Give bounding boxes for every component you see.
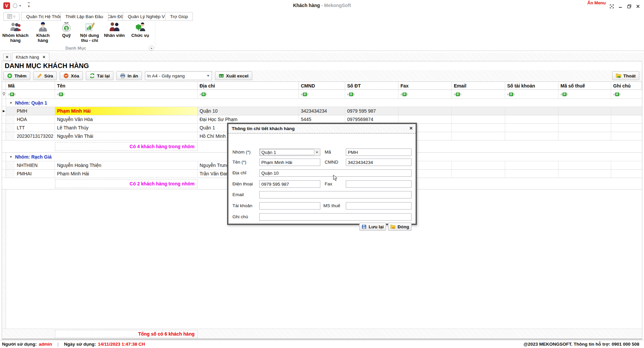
hide-menu-button[interactable]: Ẩn Menu	[587, 0, 606, 5]
close-all-tabs-button[interactable]: ✕	[3, 54, 11, 61]
filter-cell[interactable]: aBc	[55, 90, 198, 99]
dialog-title-bar[interactable]: Thông tin chi tiết khách hàng ✕	[228, 124, 416, 133]
user-label: Người sử dụng:	[2, 342, 37, 347]
abc-filter-icon: aBc	[57, 93, 65, 96]
code-field[interactable]	[346, 149, 412, 156]
ribbon-item-nhan-vien[interactable]: Nhân viên	[103, 21, 125, 46]
tax-field[interactable]	[346, 202, 412, 210]
column-header[interactable]: Địa chỉ	[198, 82, 299, 90]
header-indicator-cell	[2, 82, 6, 90]
chevron-down-icon: ▽	[13, 15, 15, 18]
toolbar: Thêm Sửa Xóa Tải lại In ấn In A4 - Giấy …	[2, 70, 642, 81]
dialog-close-button[interactable]: Đóng	[388, 223, 412, 231]
reload-button[interactable]: Tải lại	[86, 71, 113, 80]
column-header[interactable]: Ghi chú	[611, 82, 642, 90]
abc-filter-icon: aBc	[347, 93, 355, 96]
edit-button[interactable]: Sửa	[33, 71, 57, 80]
ribbon-item-chuc-vu[interactable]: Chức vụ	[129, 21, 151, 46]
tax-field-label: MS thuế	[323, 203, 340, 208]
minimize-icon[interactable]	[618, 4, 623, 8]
group-footer-summary: Có 4 khách hàng trong nhóm	[55, 142, 198, 151]
app-menu-button[interactable]: ▽	[3, 12, 19, 21]
close-tab-icon[interactable]: ✕	[42, 55, 45, 59]
group-expand-icon[interactable]: ▼	[9, 101, 12, 105]
money-bag-icon: $	[61, 21, 72, 32]
column-header[interactable]: Mã số thuế	[558, 82, 611, 90]
filter-cell[interactable]: aBc	[299, 90, 345, 99]
svg-text:XLS: XLS	[219, 75, 223, 77]
customer-detail-dialog: Thông tin chi tiết khách hàng ✕ Nhóm (*)…	[227, 123, 417, 225]
column-header[interactable]: Email	[452, 82, 505, 90]
name-field[interactable]	[259, 159, 320, 166]
window-title-secondary: - MekongSoft	[321, 3, 351, 8]
filter-cell[interactable]: aBc	[558, 90, 611, 99]
fax-field-label: Fax	[325, 181, 332, 186]
note-field[interactable]	[259, 213, 412, 221]
filter-cell[interactable]: aBc	[6, 90, 55, 99]
table-row[interactable]: ▶ PMH Phạm Minh Hải Quận 10 3423434234 0…	[2, 107, 642, 115]
printer-icon	[120, 73, 125, 78]
window-title: Khách hàng - MekongSoft	[0, 3, 644, 8]
column-header[interactable]: Số ĐT	[345, 82, 398, 90]
filter-pin-icon	[2, 90, 6, 99]
document-tab-strip: ✕ Khách hàng ✕	[0, 53, 644, 61]
collapse-ribbon-icon[interactable]: ▲	[149, 46, 154, 51]
filter-cell[interactable]: aBc	[398, 90, 452, 99]
exit-button[interactable]: Thoát	[612, 71, 639, 80]
fullscreen-icon[interactable]	[609, 4, 614, 8]
phone-field-label: Điện thoại	[232, 181, 253, 186]
column-header[interactable]: Fax	[398, 82, 452, 90]
print-layout-select[interactable]: In A4 - Giấy ngang ▼	[145, 71, 212, 80]
add-button[interactable]: Thêm	[3, 71, 30, 80]
dialog-title: Thông tin chi tiết khách hàng	[232, 126, 295, 131]
ribbon-item-nhom-khach-hang[interactable]: Nhóm khách hàng	[2, 21, 29, 46]
column-header[interactable]: Mã	[6, 82, 55, 90]
column-header[interactable]: Số tài khoản	[505, 82, 558, 90]
ribbon-item-noi-dung-thu-chi[interactable]: Nội dung thu - chi	[78, 21, 101, 46]
ribbon-item-khach-hang[interactable]: Khách hàng	[31, 21, 55, 46]
group-combobox[interactable]: Quận 1 ▼	[259, 149, 320, 156]
person-icon	[38, 21, 48, 32]
column-header[interactable]: CMND	[299, 82, 345, 90]
close-folder-icon	[390, 224, 395, 229]
filter-cell[interactable]: aBc	[198, 90, 299, 99]
filter-cell[interactable]: aBc	[611, 90, 642, 99]
ribbon-tab-thiet-lap-ban-dau[interactable]: Thiết Lập Ban Đầu	[60, 12, 108, 21]
filter-cell[interactable]: aBc	[505, 90, 558, 99]
close-icon[interactable]	[636, 4, 640, 8]
grid-header-row: Mã Tên Địa chỉ CMND Số ĐT Fax Email Số t…	[2, 81, 642, 90]
staff-icon	[109, 21, 120, 32]
user-value: admin	[39, 342, 52, 347]
export-excel-button[interactable]: XLS Xuất excel	[215, 71, 252, 80]
restore-icon[interactable]	[627, 4, 631, 8]
account-field-label: Tài khoản	[232, 203, 252, 208]
abc-filter-icon: aBc	[301, 93, 309, 96]
copyright-text: @2023 MEKONGSOFT. Thông tin hỗ trợ: 0901…	[524, 342, 639, 347]
column-header[interactable]: Tên	[55, 82, 198, 90]
people-group-icon	[10, 21, 21, 32]
chevron-down-icon[interactable]: ▼	[314, 149, 320, 155]
plus-icon	[7, 73, 12, 78]
save-button[interactable]: Lưu lại	[359, 223, 386, 231]
abc-filter-icon: aBc	[454, 93, 462, 96]
email-field[interactable]	[259, 191, 412, 198]
tab-khach-hang[interactable]: Khách hàng ✕	[12, 53, 49, 61]
abc-filter-icon: aBc	[200, 93, 207, 96]
delete-button[interactable]: Xóa	[60, 71, 83, 80]
close-icon[interactable]: ✕	[409, 126, 413, 131]
fax-field[interactable]	[346, 180, 412, 188]
save-icon	[362, 224, 367, 229]
pencil-icon	[37, 73, 42, 78]
filter-cell[interactable]: aBc	[345, 90, 398, 99]
cmnd-field[interactable]	[346, 159, 412, 166]
group-expand-icon[interactable]: ▼	[9, 155, 12, 159]
minus-icon	[63, 73, 69, 78]
print-button[interactable]: In ấn	[116, 71, 142, 80]
filter-cell[interactable]: aBc	[452, 90, 505, 99]
group-row-quan-1[interactable]: ▼Nhóm: Quận 1	[2, 99, 642, 107]
ribbon-item-quy[interactable]: $ Quỹ	[59, 21, 74, 46]
phone-field[interactable]	[259, 180, 320, 188]
grid-total-summary: Tổng số có 6 khách hàng	[55, 330, 198, 338]
account-field[interactable]	[259, 202, 320, 210]
ribbon-tab-tro-giup[interactable]: Trợ Giúp	[165, 12, 193, 21]
